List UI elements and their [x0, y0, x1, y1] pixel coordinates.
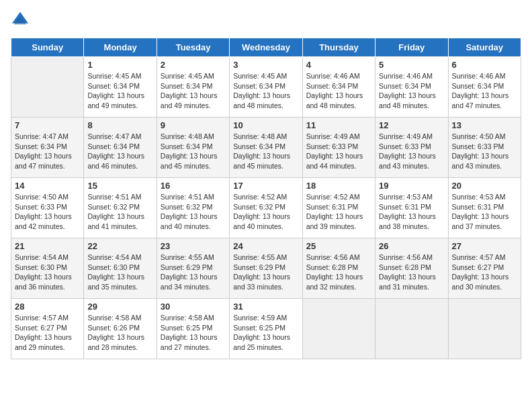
cell-content: Sunrise: 4:45 AM Sunset: 6:34 PM Dayligh… — [87, 71, 152, 111]
calendar-cell — [448, 299, 521, 359]
calendar-cell: 14Sunrise: 4:50 AM Sunset: 6:33 PM Dayli… — [11, 178, 84, 238]
day-number: 3 — [233, 60, 298, 70]
day-number: 9 — [161, 120, 226, 130]
day-number: 22 — [87, 241, 152, 251]
calendar-cell: 26Sunrise: 4:56 AM Sunset: 6:28 PM Dayli… — [375, 238, 448, 299]
cell-content: Sunrise: 4:52 AM Sunset: 6:31 PM Dayligh… — [306, 192, 371, 232]
calendar-cell: 19Sunrise: 4:53 AM Sunset: 6:31 PM Dayli… — [375, 178, 448, 238]
cell-content: Sunrise: 4:59 AM Sunset: 6:25 PM Dayligh… — [233, 313, 298, 353]
day-number: 12 — [379, 120, 444, 130]
calendar-cell: 20Sunrise: 4:53 AM Sunset: 6:31 PM Dayli… — [448, 178, 521, 238]
cell-content: Sunrise: 4:49 AM Sunset: 6:33 PM Dayligh… — [379, 132, 444, 171]
cell-content: Sunrise: 4:51 AM Sunset: 6:32 PM Dayligh… — [161, 192, 226, 232]
day-number: 23 — [161, 241, 226, 251]
day-number: 27 — [452, 241, 517, 251]
calendar-cell: 24Sunrise: 4:55 AM Sunset: 6:29 PM Dayli… — [230, 238, 302, 299]
day-number: 20 — [452, 181, 517, 191]
day-number: 8 — [87, 120, 152, 130]
day-number: 5 — [379, 60, 444, 70]
calendar-cell: 13Sunrise: 4:50 AM Sunset: 6:33 PM Dayli… — [448, 118, 521, 178]
logo-icon — [11, 11, 30, 30]
cell-content: Sunrise: 4:56 AM Sunset: 6:28 PM Dayligh… — [379, 253, 444, 292]
calendar-cell: 9Sunrise: 4:48 AM Sunset: 6:34 PM Daylig… — [157, 118, 229, 178]
calendar-table: SundayMondayTuesdayWednesdayThursdayFrid… — [11, 38, 521, 359]
day-number: 14 — [15, 181, 80, 191]
calendar-cell: 10Sunrise: 4:48 AM Sunset: 6:34 PM Dayli… — [230, 118, 302, 178]
day-header-saturday: Saturday — [448, 38, 521, 57]
day-number: 11 — [306, 120, 371, 130]
day-number: 30 — [161, 302, 226, 312]
day-number: 18 — [306, 181, 371, 191]
cell-content: Sunrise: 4:57 AM Sunset: 6:27 PM Dayligh… — [15, 313, 80, 353]
day-number: 10 — [233, 120, 298, 130]
week-row-5: 28Sunrise: 4:57 AM Sunset: 6:27 PM Dayli… — [11, 299, 521, 359]
calendar-cell: 3Sunrise: 4:45 AM Sunset: 6:34 PM Daylig… — [230, 57, 302, 118]
day-number: 19 — [379, 181, 444, 191]
day-number: 13 — [452, 120, 517, 130]
cell-content: Sunrise: 4:51 AM Sunset: 6:32 PM Dayligh… — [87, 192, 152, 232]
cell-content: Sunrise: 4:46 AM Sunset: 6:34 PM Dayligh… — [452, 71, 517, 111]
day-number: 7 — [15, 120, 80, 130]
cell-content: Sunrise: 4:52 AM Sunset: 6:32 PM Dayligh… — [233, 192, 298, 232]
week-row-1: 1Sunrise: 4:45 AM Sunset: 6:34 PM Daylig… — [11, 57, 521, 118]
week-row-4: 21Sunrise: 4:54 AM Sunset: 6:30 PM Dayli… — [11, 238, 521, 299]
calendar-cell — [302, 299, 375, 359]
day-number: 17 — [233, 181, 298, 191]
calendar-cell — [375, 299, 448, 359]
calendar-cell: 15Sunrise: 4:51 AM Sunset: 6:32 PM Dayli… — [84, 178, 157, 238]
calendar-cell: 28Sunrise: 4:57 AM Sunset: 6:27 PM Dayli… — [11, 299, 84, 359]
calendar-cell: 6Sunrise: 4:46 AM Sunset: 6:34 PM Daylig… — [448, 57, 521, 118]
day-number: 25 — [306, 241, 371, 251]
day-header-thursday: Thursday — [302, 38, 375, 57]
cell-content: Sunrise: 4:58 AM Sunset: 6:25 PM Dayligh… — [161, 313, 226, 353]
cell-content: Sunrise: 4:45 AM Sunset: 6:34 PM Dayligh… — [161, 71, 226, 111]
calendar-cell: 29Sunrise: 4:58 AM Sunset: 6:26 PM Dayli… — [84, 299, 157, 359]
header-row: SundayMondayTuesdayWednesdayThursdayFrid… — [11, 38, 521, 57]
calendar-cell: 31Sunrise: 4:59 AM Sunset: 6:25 PM Dayli… — [230, 299, 302, 359]
day-header-wednesday: Wednesday — [230, 38, 302, 57]
cell-content: Sunrise: 4:57 AM Sunset: 6:27 PM Dayligh… — [452, 253, 517, 292]
cell-content: Sunrise: 4:48 AM Sunset: 6:34 PM Dayligh… — [161, 132, 226, 171]
logo — [11, 11, 32, 30]
cell-content: Sunrise: 4:54 AM Sunset: 6:30 PM Dayligh… — [15, 253, 80, 292]
cell-content: Sunrise: 4:47 AM Sunset: 6:34 PM Dayligh… — [15, 132, 80, 171]
cell-content: Sunrise: 4:46 AM Sunset: 6:34 PM Dayligh… — [306, 71, 371, 111]
calendar-cell: 7Sunrise: 4:47 AM Sunset: 6:34 PM Daylig… — [11, 118, 84, 178]
day-number: 26 — [379, 241, 444, 251]
cell-content: Sunrise: 4:53 AM Sunset: 6:31 PM Dayligh… — [452, 192, 517, 232]
calendar-cell: 16Sunrise: 4:51 AM Sunset: 6:32 PM Dayli… — [157, 178, 229, 238]
day-number: 1 — [87, 60, 152, 70]
cell-content: Sunrise: 4:47 AM Sunset: 6:34 PM Dayligh… — [87, 132, 152, 171]
day-number: 16 — [161, 181, 226, 191]
calendar-cell: 23Sunrise: 4:55 AM Sunset: 6:29 PM Dayli… — [157, 238, 229, 299]
week-row-2: 7Sunrise: 4:47 AM Sunset: 6:34 PM Daylig… — [11, 118, 521, 178]
calendar-cell: 1Sunrise: 4:45 AM Sunset: 6:34 PM Daylig… — [84, 57, 157, 118]
day-number: 2 — [161, 60, 226, 70]
cell-content: Sunrise: 4:45 AM Sunset: 6:34 PM Dayligh… — [233, 71, 298, 111]
day-number: 6 — [452, 60, 517, 70]
cell-content: Sunrise: 4:56 AM Sunset: 6:28 PM Dayligh… — [306, 253, 371, 292]
day-header-friday: Friday — [375, 38, 448, 57]
cell-content: Sunrise: 4:49 AM Sunset: 6:33 PM Dayligh… — [306, 132, 371, 171]
cell-content: Sunrise: 4:48 AM Sunset: 6:34 PM Dayligh… — [233, 132, 298, 171]
day-number: 24 — [233, 241, 298, 251]
calendar-cell: 30Sunrise: 4:58 AM Sunset: 6:25 PM Dayli… — [157, 299, 229, 359]
calendar-cell: 11Sunrise: 4:49 AM Sunset: 6:33 PM Dayli… — [302, 118, 375, 178]
cell-content: Sunrise: 4:55 AM Sunset: 6:29 PM Dayligh… — [233, 253, 298, 292]
cell-content: Sunrise: 4:55 AM Sunset: 6:29 PM Dayligh… — [161, 253, 226, 292]
calendar-cell: 17Sunrise: 4:52 AM Sunset: 6:32 PM Dayli… — [230, 178, 302, 238]
calendar-cell: 18Sunrise: 4:52 AM Sunset: 6:31 PM Dayli… — [302, 178, 375, 238]
day-number: 4 — [306, 60, 371, 70]
day-header-tuesday: Tuesday — [157, 38, 229, 57]
calendar-cell: 4Sunrise: 4:46 AM Sunset: 6:34 PM Daylig… — [302, 57, 375, 118]
day-header-monday: Monday — [84, 38, 157, 57]
calendar-cell: 5Sunrise: 4:46 AM Sunset: 6:34 PM Daylig… — [375, 57, 448, 118]
day-header-sunday: Sunday — [11, 38, 84, 57]
day-number: 15 — [87, 181, 152, 191]
calendar-cell: 12Sunrise: 4:49 AM Sunset: 6:33 PM Dayli… — [375, 118, 448, 178]
day-number: 29 — [87, 302, 152, 312]
cell-content: Sunrise: 4:53 AM Sunset: 6:31 PM Dayligh… — [379, 192, 444, 232]
calendar-cell — [11, 57, 84, 118]
calendar-cell: 27Sunrise: 4:57 AM Sunset: 6:27 PM Dayli… — [448, 238, 521, 299]
cell-content: Sunrise: 4:46 AM Sunset: 6:34 PM Dayligh… — [379, 71, 444, 111]
